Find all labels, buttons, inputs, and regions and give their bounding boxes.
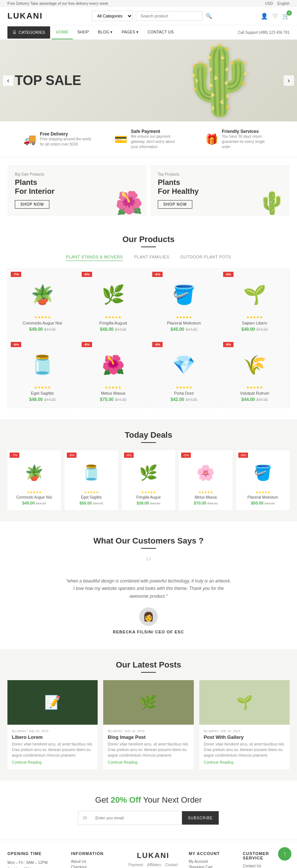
product-name: Commodo Augue Nisi xyxy=(13,321,72,325)
wishlist-icon[interactable]: ♡ xyxy=(272,13,278,20)
footer: OPENING TIME Mon – Fri : 9AM – 12PM Sat-… xyxy=(0,840,297,868)
deal-name: Commodo Augue Nisi xyxy=(12,495,56,499)
posts-section: Our Latest Posts 📝 By admin / July 19, 2… xyxy=(0,649,297,780)
tab-plant-families[interactable]: PLANT FAMILIES xyxy=(134,253,169,261)
post-card: 🌿 By admin / July 19, 2019 Blog Image Po… xyxy=(103,680,193,769)
features-section: 🚚 Free Delivery Free shipping around the… xyxy=(0,121,297,157)
menu-icon: ☰ xyxy=(13,30,16,35)
promo-healthy-btn[interactable]: SHOP NOW xyxy=(158,200,192,209)
post-read-more[interactable]: Continue Reading xyxy=(108,760,137,764)
product-stars: ★★★★★ xyxy=(226,315,284,319)
promo-healthy-plant: 🌵 xyxy=(258,190,286,216)
post-excerpt: Donec vitae hendrerit arcu, sit amet fau… xyxy=(108,741,189,758)
product-card: -6% 🪣 ★★★★★ Placerat Molestum $45.00$44.… xyxy=(149,268,219,338)
search-input[interactable] xyxy=(136,11,203,21)
footer-my-account: MY ACCOUNT My Account Shopping Cart Chec… xyxy=(189,851,235,868)
topbar-message: Free Delivery Take advantage of our free… xyxy=(7,1,108,6)
product-price: $42.00$44.00 xyxy=(155,397,213,402)
product-card: -6% 🫙 ★★★★★ Eget Sagittis $46.00$44.00 xyxy=(7,339,78,408)
deal-price: $50.00$44.00 xyxy=(241,500,285,506)
category-dropdown[interactable]: All Categories xyxy=(92,11,133,21)
opening-title: OPENING TIME xyxy=(7,851,63,856)
logo[interactable]: LUKANI xyxy=(7,11,43,21)
promo-healthy-small: Top Products xyxy=(158,172,282,176)
service-link-contact[interactable]: Contact Us xyxy=(243,864,290,868)
account-link-my-account[interactable]: My Account xyxy=(189,859,235,864)
account-icon[interactable]: 👤 xyxy=(261,13,268,20)
product-image: 🌾 xyxy=(238,348,271,382)
product-badge: -6% xyxy=(11,342,21,347)
subscribe-button[interactable]: SUBSCRIBE xyxy=(182,811,219,825)
product-old-price: $44.00 xyxy=(44,398,56,402)
footer-link-about[interactable]: About Us xyxy=(71,859,118,864)
account-link-shopping-cart[interactable]: Shopping Cart xyxy=(189,865,235,868)
deal-name: Fringilla Augue xyxy=(126,495,171,499)
deal-stars: ★★★★★ xyxy=(241,490,285,494)
cart-badge: 0 xyxy=(287,10,292,16)
hero-prev-button[interactable]: ‹ xyxy=(3,75,13,86)
deal-stars: ★★★★★ xyxy=(12,490,56,494)
language-selector[interactable]: English xyxy=(277,1,290,6)
post-content: By admin / July 19, 2019 Libero Lorem Do… xyxy=(7,725,98,769)
deal-price: $70.00$44.00 xyxy=(183,500,228,506)
hero-next-button[interactable]: › xyxy=(284,75,294,86)
post-image: 📝 xyxy=(7,680,98,725)
back-to-top-button[interactable]: ↑ xyxy=(278,847,291,861)
product-stars: ★★★★★ xyxy=(155,315,213,319)
testimonial-text: "when a beautiful design is combined wit… xyxy=(65,577,232,600)
search-button[interactable]: 🔍 xyxy=(206,13,212,19)
product-stars: ★★★★★ xyxy=(84,315,143,319)
product-old-price: $44.00 xyxy=(115,327,127,332)
product-old-price: $44.00 xyxy=(186,398,197,402)
product-image: 🌿 xyxy=(97,278,130,311)
deal-stars: ★★★★★ xyxy=(69,490,114,494)
deal-price: $50.00$44.00 xyxy=(69,500,114,506)
my-account-title: MY ACCOUNT xyxy=(189,851,235,856)
service-desc: You have 30 days return guarantee for ev… xyxy=(222,134,274,150)
payment-link[interactable]: Payment xyxy=(128,863,143,867)
product-image: 🪣 xyxy=(167,278,200,311)
promo-interior-btn[interactable]: SHOP NOW xyxy=(15,200,49,209)
promo-interior-small: Big Sale Products xyxy=(15,172,139,176)
service-icon: 🎁 xyxy=(205,133,218,146)
product-name: Volutpat Rutrum xyxy=(226,391,284,395)
nav-contact[interactable]: CONTACT US xyxy=(143,25,178,39)
post-card: 🌱 By admin / July 19, 2019 Post With Gal… xyxy=(199,680,290,769)
categories-menu[interactable]: ☰ CATEGORIES xyxy=(7,26,50,39)
top-bar: Free Delivery Take advantage of our free… xyxy=(0,0,297,7)
header: LUKANI All Categories 🔍 👤 ♡ 🛒 0 xyxy=(0,7,297,25)
footer-link-checkout[interactable]: Checkout xyxy=(71,865,118,868)
contact-link[interactable]: Contact xyxy=(165,863,178,867)
post-read-more[interactable]: Continue Reading xyxy=(12,760,42,764)
product-image: 🪴 xyxy=(26,278,59,311)
footer-grid: OPENING TIME Mon – Fri : 9AM – 12PM Sat-… xyxy=(7,851,290,868)
product-card: -8% 🌺 ★★★★★ Metus Massa $75.00$44.00 xyxy=(78,339,148,408)
product-price: $49.00$44.00 xyxy=(13,327,72,332)
product-price: $75.00$44.00 xyxy=(84,397,143,402)
deal-card: -7% 🪴 ★★★★★ Commodo Augue Nisi $49.00$44… xyxy=(7,450,61,510)
email-icon: ✉ xyxy=(78,811,92,825)
product-name: Porta Dunt xyxy=(155,391,213,395)
payment-icon: 💳 xyxy=(114,133,127,146)
deal-name: Placerat Molestum xyxy=(241,495,285,499)
product-card: -9% 🌱 ★★★★★ Sapien Libero $49.00$44.00 xyxy=(220,268,290,338)
product-tabs: PLANT STANDS & MOVERS PLANT FAMILIES OUT… xyxy=(7,253,290,261)
cart-icon[interactable]: 🛒 0 xyxy=(282,13,290,20)
posts-grid: 📝 By admin / July 19, 2019 Libero Lorem … xyxy=(7,680,290,769)
cta-section: Get 20% Off Your Next Order ✉ SUBSCRIBE xyxy=(0,780,297,840)
products-section: Our Products PLANT STANDS & MOVERS PLANT… xyxy=(0,223,297,419)
tab-plant-stands[interactable]: PLANT STANDS & MOVERS xyxy=(66,253,123,261)
cta-title: Get 20% Off Your Next Order xyxy=(7,795,290,805)
nav-pages[interactable]: PAGES ▾ xyxy=(117,25,143,39)
currency-selector[interactable]: USD xyxy=(265,1,273,6)
nav-shop[interactable]: SHOP xyxy=(73,25,93,39)
email-input[interactable] xyxy=(92,811,182,825)
nav-home[interactable]: HOME xyxy=(52,25,73,39)
service-title: Friendly Services xyxy=(222,129,274,134)
header-icons: 👤 ♡ 🛒 0 xyxy=(261,13,290,20)
product-card: -6% 💎 ★★★★★ Porta Dunt $42.00$44.00 xyxy=(149,339,219,408)
post-read-more[interactable]: Continue Reading xyxy=(204,760,234,764)
nav-blog[interactable]: BLOG ▾ xyxy=(94,25,117,39)
tab-outdoor-pots[interactable]: OUTDOOR PLANT POTS xyxy=(180,253,231,261)
affiliates-link[interactable]: Affiliates xyxy=(147,863,161,867)
